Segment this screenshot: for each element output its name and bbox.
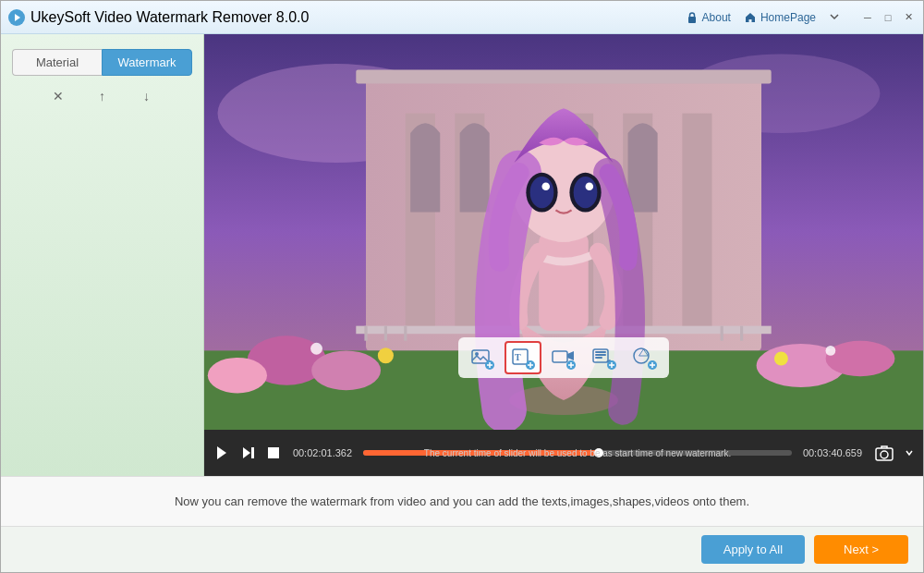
video-player: T (204, 34, 923, 430)
time-start: 00:02:01.362 (289, 447, 356, 458)
svg-point-25 (378, 347, 394, 363)
svg-rect-39 (472, 350, 489, 363)
svg-point-37 (541, 183, 550, 191)
svg-point-27 (310, 343, 322, 355)
minimize-btn[interactable]: ─ (860, 10, 875, 25)
add-shape-btn[interactable] (626, 341, 663, 374)
step-forward-icon (241, 445, 256, 460)
screenshot-btn[interactable] (873, 442, 895, 464)
svg-point-26 (774, 351, 788, 365)
tab-watermark[interactable]: Watermark (102, 49, 192, 76)
svg-point-69 (881, 451, 888, 458)
stop-btn[interactable] (265, 445, 282, 461)
close-btn[interactable]: ✕ (901, 10, 916, 25)
time-end: 00:03:40.659 (799, 447, 866, 458)
screenshot-dropdown-btn[interactable] (903, 446, 916, 459)
app-title: UkeySoft Video Watermark Remover 8.0.0 (30, 9, 309, 26)
slider-progress (363, 450, 599, 456)
homepage-label: HomePage (760, 11, 816, 24)
add-clip-btn[interactable] (586, 341, 623, 374)
play-btn[interactable] (212, 443, 232, 463)
svg-rect-66 (251, 447, 254, 458)
svg-point-28 (826, 346, 836, 356)
add-text-btn[interactable]: T (505, 341, 541, 374)
video-controls: 00:02:01.362 The current time of slider … (204, 430, 923, 476)
add-video-icon (551, 345, 577, 371)
svg-point-35 (530, 177, 554, 208)
svg-point-23 (826, 341, 895, 377)
delete-item-btn[interactable]: ✕ (47, 85, 69, 107)
about-nav[interactable]: About (686, 11, 731, 24)
maximize-btn[interactable]: □ (881, 10, 895, 25)
camera-icon (875, 444, 894, 462)
stop-icon (267, 446, 280, 459)
title-bar: UkeySoft Video Watermark Remover 8.0.0 A… (1, 1, 923, 34)
window-controls: ─ □ ✕ (860, 10, 916, 25)
svg-marker-64 (217, 446, 226, 459)
tab-bar: Material Watermark (12, 49, 192, 76)
svg-rect-67 (268, 447, 279, 458)
move-down-btn[interactable]: ↓ (136, 85, 158, 107)
svg-rect-49 (553, 351, 567, 362)
svg-rect-54 (595, 351, 606, 353)
slider-thumb[interactable] (594, 448, 603, 457)
svg-point-38 (586, 183, 594, 191)
svg-point-24 (208, 358, 267, 394)
add-image-icon (469, 345, 495, 371)
add-text-icon: T (510, 345, 536, 371)
titlebar-left: UkeySoft Video Watermark Remover 8.0.0 (8, 9, 309, 26)
play-icon (213, 445, 230, 461)
sidebar: Material Watermark ✕ ↑ ↓ (1, 34, 204, 476)
svg-point-36 (574, 177, 598, 208)
info-bar: Now you can remove the watermark from vi… (1, 476, 923, 526)
add-clip-icon (591, 345, 617, 371)
next-button[interactable]: Next > (814, 535, 908, 564)
chevron-down-small-icon (905, 448, 914, 457)
step-forward-btn[interactable] (239, 444, 258, 462)
about-label: About (702, 11, 731, 24)
svg-rect-11 (682, 114, 711, 331)
move-up-btn[interactable]: ↑ (91, 85, 114, 107)
add-shape-icon (632, 345, 658, 371)
add-video-btn[interactable] (545, 341, 582, 374)
titlebar-right: About HomePage ─ □ ✕ (686, 9, 916, 26)
video-slider[interactable]: The current time of slider will be used … (363, 450, 792, 456)
homepage-nav[interactable]: HomePage (744, 11, 816, 24)
svg-rect-55 (595, 354, 606, 356)
chevron-down-icon (829, 11, 840, 22)
svg-text:T: T (515, 352, 521, 362)
svg-rect-56 (595, 357, 602, 359)
controls-row: 00:02:01.362 The current time of slider … (212, 442, 916, 464)
lock-icon (686, 11, 699, 24)
home-icon (744, 11, 757, 24)
app-icon (8, 9, 25, 26)
apply-all-button[interactable]: Apply to All (701, 535, 805, 564)
sidebar-actions: ✕ ↑ ↓ (12, 85, 192, 107)
svg-point-21 (311, 350, 381, 390)
tab-material[interactable]: Material (12, 49, 102, 76)
dropdown-btn[interactable] (829, 9, 840, 26)
main-container: Material Watermark ✕ ↑ ↓ (1, 34, 923, 572)
info-message: Now you can remove the watermark from vi… (175, 494, 749, 508)
svg-rect-12 (356, 70, 771, 84)
svg-rect-2 (688, 17, 696, 23)
content-area: Material Watermark ✕ ↑ ↓ (1, 34, 923, 476)
bottom-bar: Apply to All Next > (1, 526, 923, 572)
video-toolbar: T (458, 337, 669, 378)
video-area: T (204, 34, 923, 476)
add-image-btn[interactable] (464, 341, 501, 374)
svg-marker-65 (243, 447, 250, 458)
svg-rect-30 (539, 232, 589, 331)
